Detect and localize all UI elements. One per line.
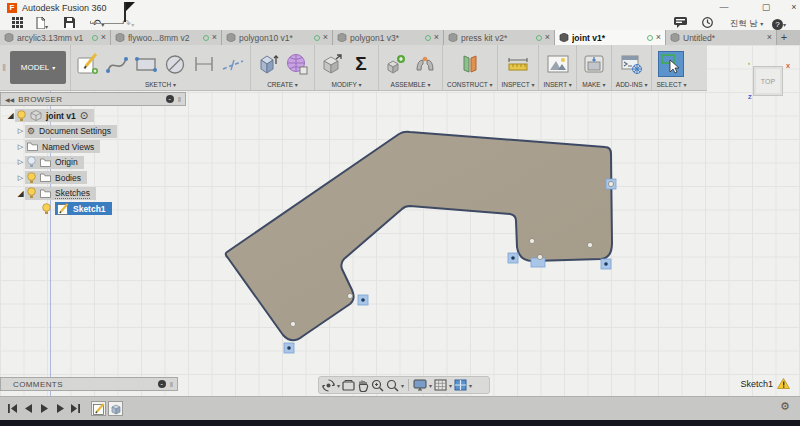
zoom-window-button[interactable]	[386, 379, 399, 392]
toolbar-menu-select[interactable]: SELECT ▾	[656, 81, 686, 89]
grid-display-button[interactable]	[434, 379, 447, 391]
toolbar-menu-inspect[interactable]: INSPECT ▾	[502, 81, 535, 89]
comments-toggle-button[interactable]	[674, 17, 687, 29]
toolbar-menu-make[interactable]: MAKE ▾	[582, 81, 605, 89]
tree-row-root[interactable]: ◢ joint v1 ⊙	[0, 108, 186, 124]
save-button[interactable]	[64, 17, 75, 29]
toolbar-menu-construct[interactable]: CONSTRUCT ▾	[447, 81, 493, 89]
tree-row-named-views[interactable]: ▷ Named Views	[0, 139, 186, 155]
collapse-panel-icon[interactable]: ◀◀	[5, 96, 14, 103]
select-tool-button[interactable]	[658, 51, 684, 77]
twist-closed-icon[interactable]: ▷	[16, 174, 25, 182]
file-menu-button[interactable]: ▾	[36, 17, 48, 29]
bulb-on-icon[interactable]	[42, 203, 51, 215]
tab-press-kit[interactable]: press kit v2* ×	[444, 30, 555, 45]
comments-panel-header[interactable]: COMMENTS - ‖	[0, 377, 178, 391]
tree-row-origin[interactable]: ▷ Origin	[0, 155, 186, 171]
activate-component-radio[interactable]: ⊙	[80, 111, 88, 121]
twist-open-icon[interactable]: ◢	[6, 111, 15, 120]
timeline-sketch-feature[interactable]	[91, 401, 106, 416]
help-button[interactable]: ?▾	[772, 17, 786, 29]
measure-button[interactable]	[505, 51, 531, 77]
timeline-step-forward-button[interactable]	[54, 402, 67, 415]
scripts-addins-button[interactable]	[619, 51, 645, 77]
twist-open-icon[interactable]: ◢	[16, 189, 25, 198]
timeline-settings-gear-icon[interactable]: ⚙	[780, 400, 790, 413]
twist-closed-icon[interactable]: ▷	[16, 127, 25, 135]
warning-icon[interactable]	[777, 378, 790, 389]
orbit-button[interactable]	[322, 379, 335, 392]
twist-closed-icon[interactable]: ▷	[16, 158, 25, 166]
timeline-go-to-end-button[interactable]	[69, 402, 82, 415]
make-3d-print-button[interactable]	[581, 51, 607, 77]
pan-button[interactable]	[357, 379, 369, 392]
tab-close-icon[interactable]: ×	[101, 33, 106, 42]
tab-polygon10[interactable]: polygon10 v1* ×	[222, 30, 333, 45]
timeline-go-to-start-button[interactable]	[6, 402, 19, 415]
minimize-button[interactable]: —	[710, 0, 738, 14]
create-form-button[interactable]	[284, 51, 310, 77]
panel-grip[interactable]: ‖	[170, 380, 173, 389]
app-grid-icon[interactable]	[12, 17, 23, 29]
tree-row-sketch1[interactable]: Sketch1	[0, 201, 186, 217]
timeline-step-back-button[interactable]	[22, 402, 35, 415]
spline-button[interactable]	[104, 51, 130, 77]
tree-row-sketches[interactable]: ◢ Sketches	[0, 186, 186, 202]
tree-row-document-settings[interactable]: ▷ ⚙ Document Settings	[0, 124, 186, 140]
construct-plane-button[interactable]	[457, 51, 483, 77]
rectangle-button[interactable]	[133, 51, 159, 77]
panel-grip[interactable]: ‖	[178, 95, 181, 104]
timeline-extrude-feature[interactable]	[108, 401, 123, 416]
press-pull-button[interactable]	[319, 51, 345, 77]
twist-closed-icon[interactable]: ▷	[16, 143, 25, 151]
tab-close-icon[interactable]: ×	[434, 33, 439, 42]
joint-button[interactable]	[412, 51, 438, 77]
insert-image-button[interactable]	[545, 51, 571, 77]
change-parameters-button[interactable]: Σ	[348, 51, 374, 77]
chevron-down-icon[interactable]: ▾	[429, 382, 432, 389]
toolbar-menu-assemble[interactable]: ASSEMBLE ▾	[391, 81, 431, 89]
panel-collapse-icon[interactable]: -	[166, 95, 174, 103]
tab-arcylic3[interactable]: arcylic3.13mm v1 ×	[0, 30, 111, 45]
tab-joint-active[interactable]: joint v1* ×	[555, 30, 666, 45]
toolbar-menu-sketch[interactable]: SKETCH ▾	[145, 81, 176, 89]
maximize-button[interactable]: ▢	[752, 0, 780, 14]
tab-flywoo[interactable]: flywoo...8mm v2 ×	[111, 30, 222, 45]
zoom-button[interactable]	[371, 379, 384, 392]
toolbar-menu-insert[interactable]: INSERT ▾	[543, 81, 571, 89]
display-settings-button[interactable]	[413, 379, 427, 391]
tree-row-bodies[interactable]: ▷ Bodies	[0, 170, 186, 186]
viewcube-top-face[interactable]: TOP	[761, 78, 775, 85]
create-sketch-button[interactable]	[75, 51, 101, 77]
tab-untitled[interactable]: Untitled* ×	[666, 30, 777, 45]
timeline-playhead-flag[interactable]	[126, 2, 135, 11]
bulb-on-icon[interactable]	[27, 187, 36, 199]
workspace-selector-button[interactable]: MODEL▾	[10, 51, 66, 84]
bulb-off-icon[interactable]	[27, 156, 36, 168]
viewports-button[interactable]	[454, 379, 467, 391]
tab-close-icon[interactable]: ×	[212, 33, 217, 42]
circle-button[interactable]	[162, 51, 188, 77]
tab-close-icon[interactable]: ×	[545, 33, 550, 42]
job-status-button[interactable]	[702, 17, 713, 29]
chevron-down-icon[interactable]: ▾	[469, 382, 472, 389]
chevron-down-icon[interactable]: ▾	[449, 382, 452, 389]
toolbar-menu-modify[interactable]: MODIFY ▾	[332, 81, 362, 89]
chevron-down-icon[interactable]: ▾	[337, 382, 340, 389]
new-component-button[interactable]	[383, 51, 409, 77]
bulb-on-icon[interactable]	[17, 110, 26, 122]
sketch-dimension-button[interactable]	[191, 51, 217, 77]
panel-collapse-icon[interactable]: -	[158, 380, 166, 388]
toolbar-menu-addins[interactable]: ADD-INS ▾	[616, 81, 648, 89]
bulb-on-icon[interactable]	[27, 172, 36, 184]
new-tab-button[interactable]: +	[777, 30, 791, 45]
tab-close-icon[interactable]: ×	[656, 33, 661, 42]
tab-close-icon[interactable]: ×	[323, 33, 328, 42]
look-at-button[interactable]	[342, 380, 355, 391]
user-account-button[interactable]: 진혁 남 ▾	[730, 17, 763, 29]
tab-polygon1[interactable]: polygon1 v3* ×	[333, 30, 444, 45]
browser-panel-header[interactable]: ◀◀ BROWSER - ‖	[0, 92, 186, 106]
close-button[interactable]: ×	[780, 0, 800, 14]
toolbar-menu-create[interactable]: CREATE ▾	[267, 81, 298, 89]
timeline-play-button[interactable]	[38, 402, 51, 415]
